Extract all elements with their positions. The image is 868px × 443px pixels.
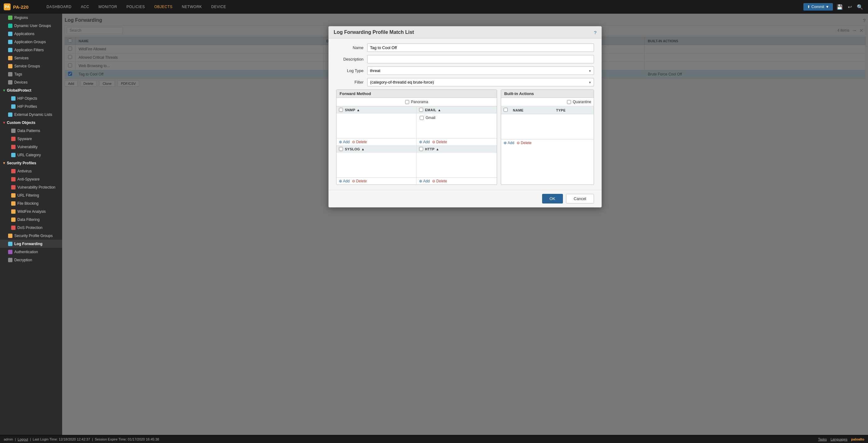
sidebar-item-security-profile-groups[interactable]: Security Profile Groups [0,232,62,240]
sidebar-item-applications[interactable]: Applications [0,30,62,38]
name-field[interactable] [367,43,594,52]
sidebar-item-hip-profiles[interactable]: HIP Profiles [0,102,62,110]
filter-select[interactable]: (category-of-threatid eq brute-force) [367,78,594,86]
builtin-title: Built-in Actions [501,90,594,98]
email-header[interactable]: EMAIL ▲ [416,106,497,114]
nav-objects[interactable]: OBJECTS [150,3,177,11]
sidebar-item-authentication[interactable]: Authentication [0,248,62,256]
nav-device[interactable]: DEVICE [207,3,230,11]
status-languages[interactable]: Languages [830,437,847,441]
log-type-select[interactable]: threat traffic url wildfire auth decrypt… [367,66,594,75]
nav-items: DASHBOARD ACC MONITOR POLICIES OBJECTS N… [42,3,796,11]
snmp-checkbox[interactable] [339,108,343,112]
builtin-select-all[interactable] [504,108,508,112]
search-icon[interactable]: 🔍 [856,3,864,11]
nav-network[interactable]: NETWORK [177,3,206,11]
data-patterns-icon [11,129,16,133]
sidebar-item-antivirus[interactable]: Antivirus [0,167,62,175]
sidebar-item-vulnerability[interactable]: Vulnerability [0,143,62,151]
sidebar-item-log-forwarding[interactable]: Log Forwarding [0,240,62,248]
sidebar-item-application-groups[interactable]: Application Groups [0,38,62,46]
nav-monitor[interactable]: MONITOR [94,3,121,11]
nav-dashboard[interactable]: DASHBOARD [42,3,76,11]
restore-icon[interactable]: ↩ [846,3,853,11]
status-separator2: | [30,437,31,441]
vulnerability-protection-icon [11,185,16,190]
sidebar-item-wildfire-analysis[interactable]: WildFire Analysis [0,208,62,216]
email-item-gmail[interactable]: Gmail [418,115,496,121]
sidebar-item-data-patterns[interactable]: Data Patterns [0,127,62,135]
sidebar-label-security-profiles: Security Profiles [7,161,36,165]
panorama-label: Panorama [411,100,428,104]
sidebar-item-devices[interactable]: Devices [0,78,62,86]
ok-button[interactable]: OK [542,194,563,203]
sidebar-item-spyware[interactable]: Spyware [0,135,62,143]
syslog-delete-link[interactable]: ⊖ Delete [352,179,367,183]
tags-icon [8,72,12,76]
sidebar-item-url-filtering[interactable]: URL Filtering [0,191,62,199]
http-checkbox[interactable] [419,147,423,151]
sidebar-item-dynamic-user-groups[interactable]: Dynamic User Groups [0,22,62,30]
sidebar-label-regions: Regions [14,15,28,20]
save-icon[interactable]: 💾 [835,3,844,11]
hip-objects-icon [11,96,16,101]
syslog-add-icon: ⊕ [339,179,342,183]
syslog-checkbox[interactable] [339,147,343,151]
email-checkbox[interactable] [419,108,423,112]
http-delete-link[interactable]: ⊖ Delete [432,179,447,183]
sidebar-label-dynamic-user-groups: Dynamic User Groups [14,24,51,28]
builtin-add-link[interactable]: ⊕ Add [504,141,514,145]
syslog-add-link[interactable]: ⊕ Add [339,179,349,183]
sidebar-label-anti-spyware: Anti-Spyware [18,177,39,182]
sidebar-label-authentication: Authentication [14,250,38,254]
quarantine-row: Quarantine [501,98,594,106]
sidebar-item-dos-protection[interactable]: DoS Protection [0,224,62,232]
sidebar-label-decryption: Decryption [14,258,32,262]
modal-help-icon[interactable]: ? [594,30,596,35]
sidebar-item-regions[interactable]: Regions [0,14,62,22]
sidebar-item-external-dynamic-lists[interactable]: External Dynamic Lists [0,110,62,119]
modal-header: Log Forwarding Profile Match List ? [329,26,601,38]
sidebar-item-data-filtering[interactable]: Data Filtering [0,216,62,224]
syslog-header[interactable]: SYSLOG ▲ [336,146,416,153]
commit-icon: ⬆ [807,5,810,9]
sidebar-item-url-category[interactable]: URL Category [0,151,62,159]
builtin-delete-icon: ⊖ [517,141,520,145]
external-dynamic-lists-icon [8,113,12,117]
status-logout[interactable]: Logout [18,437,28,441]
http-label: HTTP [425,147,435,151]
sidebar-item-decryption[interactable]: Decryption [0,256,62,264]
sidebar-item-tags[interactable]: Tags [0,70,62,78]
description-field[interactable] [367,55,594,63]
sidebar-item-globalprotect[interactable]: ▾ GlobalProtect [0,86,62,94]
snmp-delete-link[interactable]: ⊖ Delete [352,140,367,144]
sidebar-item-custom-objects[interactable]: ▾ Custom Objects [0,119,62,127]
sidebar-label-log-forwarding: Log Forwarding [14,242,42,246]
builtin-delete-link[interactable]: ⊖ Delete [517,141,532,145]
snmp-add-link[interactable]: ⊕ Add [339,140,349,144]
snmp-add-label: Add [343,140,349,144]
sidebar-item-application-filters[interactable]: Application Filters [0,46,62,54]
sidebar-item-services[interactable]: Services [0,54,62,62]
gmail-checkbox[interactable] [420,116,424,120]
cancel-button[interactable]: Cancel [566,194,594,203]
sidebar-item-security-profiles[interactable]: ▾ Security Profiles [0,159,62,167]
email-add-label: Add [423,140,430,144]
nav-acc[interactable]: ACC [76,3,94,11]
nav-policies[interactable]: POLICIES [122,3,149,11]
status-tasks[interactable]: Tasks [818,437,827,441]
http-header[interactable]: HTTP ▲ [416,146,497,153]
quarantine-checkbox[interactable] [567,100,571,104]
sidebar-item-vulnerability-protection[interactable]: Vulnerability Protection [0,183,62,191]
sidebar-item-hip-objects[interactable]: HIP Objects [0,94,62,102]
email-add-link[interactable]: ⊕ Add [419,140,430,144]
sidebar-item-anti-spyware[interactable]: Anti-Spyware [0,175,62,183]
email-delete-link[interactable]: ⊖ Delete [432,140,447,144]
sidebar-item-service-groups[interactable]: Service Groups [0,62,62,70]
snmp-header[interactable]: SNMP ▲ [336,106,416,114]
http-add-link[interactable]: ⊕ Add [419,179,430,183]
syslog-label: SYSLOG [345,147,360,151]
commit-button[interactable]: ⬆ Commit ▼ [803,3,833,10]
sidebar-item-file-blocking[interactable]: File Blocking [0,199,62,208]
panorama-checkbox[interactable] [405,100,409,104]
